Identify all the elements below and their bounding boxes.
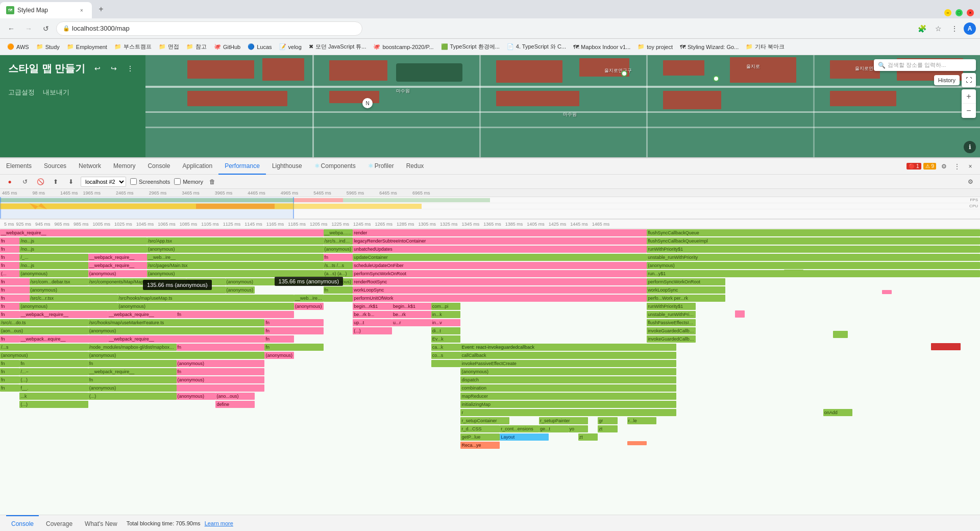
flame-bar[interactable]: begin...k$1 (392, 303, 431, 310)
flame-bar[interactable]: r_d...CSS (460, 425, 500, 432)
devtools-memory-tab[interactable]: Memory (107, 158, 141, 175)
flame-bar[interactable]: (ano...ous) (215, 393, 255, 400)
flame-bar[interactable]: yo (569, 425, 588, 432)
minimize-button[interactable]: − (944, 9, 951, 16)
flame-bar[interactable] (431, 360, 461, 367)
flame-bar[interactable]: fn (0, 262, 19, 269)
flame-bar[interactable]: run...y$1 (647, 270, 980, 277)
flame-bar-scatter3[interactable] (833, 331, 848, 338)
flame-bar[interactable]: up...t (353, 319, 392, 326)
close-button[interactable]: × (967, 9, 974, 16)
flame-bar[interactable]: (anonymous) (177, 376, 265, 383)
flame-bar[interactable]: legacyRenderSubtreeIntoContainer (353, 237, 647, 245)
export-nav[interactable]: 내보내기 (43, 86, 69, 99)
flame-bar[interactable]: /src/s...index.ts (324, 237, 353, 245)
flame-bar[interactable]: /_... (19, 254, 88, 261)
back-button[interactable]: ← (4, 21, 18, 36)
console-tab-bottom[interactable]: Console (6, 515, 39, 532)
flame-bar[interactable]: (anonymous) (19, 270, 88, 277)
bookmark-typescript[interactable]: 🟩 TypeScript 환경에... (438, 41, 503, 53)
flame-bar[interactable]: combination (460, 384, 676, 392)
flame-bar[interactable]: (anonymous) (324, 246, 353, 253)
flame-bar[interactable]: fn (264, 344, 323, 351)
flame-bar[interactable]: updateContainer (353, 254, 647, 261)
upload-profile-button[interactable]: ⬆ (50, 176, 61, 187)
flame-bar[interactable]: u...r (392, 319, 431, 326)
flame-bar[interactable]: zt (578, 433, 598, 441)
bookmark-study[interactable]: 📁 Study (33, 41, 63, 53)
history-button[interactable]: History (934, 75, 960, 85)
devtools-components-tab[interactable]: ⚛Components (308, 158, 362, 175)
flame-bar[interactable]: ...k (19, 393, 88, 400)
flame-bar[interactable]: ge...t (539, 425, 569, 432)
flame-bar[interactable]: (anonymous) (226, 286, 255, 294)
bookmark-velog[interactable]: 📝 velog (276, 41, 305, 53)
new-tab-button[interactable]: + (94, 2, 108, 16)
star-button[interactable]: ☆ (931, 21, 945, 36)
advanced-settings-nav[interactable]: 고급설정 (8, 86, 35, 99)
flame-bar[interactable]: fn (19, 360, 88, 367)
bookmark-interview[interactable]: 📁 면접 (156, 41, 182, 53)
devtools-performance-tab[interactable]: Performance (218, 158, 266, 175)
flame-bar[interactable]: runWithPriority$1 (647, 246, 980, 253)
flame-bar[interactable]: unstable_runWithPriority (647, 311, 696, 318)
flame-bar[interactable] (324, 295, 353, 302)
flame-bar[interactable]: unbatchedUpdates (353, 246, 647, 253)
flame-bar[interactable]: fn (0, 376, 19, 383)
flame-bar-event[interactable]: Event: react-invokeguardedcallback (460, 344, 676, 351)
flame-bar[interactable]: runWithPriority$1 (647, 303, 696, 310)
flame-bar[interactable]: be...rk b... (353, 311, 392, 318)
flame-bar[interactable]: fn (0, 246, 19, 253)
record-button[interactable]: ● (4, 176, 15, 187)
map-search-bar[interactable]: 🔍 검색할 장소를 입력하... (874, 59, 976, 71)
flame-bar[interactable]: com...pi (431, 303, 461, 310)
zoom-out-button[interactable]: − (962, 104, 976, 118)
flame-bar[interactable]: (anonymous) (0, 352, 88, 359)
flame-bar[interactable]: r_cont...ensions (500, 425, 539, 432)
flame-bar[interactable]: (anonymous) (147, 246, 324, 253)
url-bar[interactable]: 🔒 localhost:3000/map (56, 21, 362, 36)
flame-bar[interactable]: r (460, 409, 676, 416)
flame-bar[interactable]: __webpack_require__ (88, 262, 147, 269)
bookmark-aws[interactable]: 🟠 AWS (4, 41, 32, 53)
coverage-tab-bottom[interactable]: Coverage (41, 515, 78, 532)
flame-bar[interactable]: /node_modules/mapbox-gl/dist/mapbox-gl.j… (88, 344, 177, 351)
flame-bar[interactable]: /...s (0, 344, 88, 351)
download-profile-button[interactable]: ⬇ (65, 176, 77, 187)
flame-bar[interactable]: __webpack_require__ (108, 311, 176, 318)
devtools-sources-tab[interactable]: Sources (38, 158, 72, 175)
flame-bar[interactable]: callCallback (460, 352, 676, 359)
flame-bar[interactable]: co...s (431, 352, 461, 359)
flame-bar[interactable]: fn (264, 335, 294, 343)
bookmark-reference[interactable]: 📁 참고 (183, 41, 210, 53)
flame-bar[interactable]: gr (598, 417, 617, 424)
flame-bar[interactable]: workLoopSync (647, 286, 725, 294)
flame-bar[interactable]: __webpa...ire__ (324, 229, 353, 236)
screenshots-checkbox[interactable] (130, 178, 137, 185)
flame-bar[interactable]: fn (0, 335, 19, 343)
flame-bar[interactable]: workLoopSync (353, 286, 647, 294)
flame-bar-layout[interactable]: Layout (500, 433, 549, 441)
flame-bar[interactable]: fn (0, 303, 19, 310)
flame-bar[interactable]: r_setupContainer (460, 417, 509, 424)
flame-bar[interactable]: scheduleUpdateOnFiber (353, 262, 647, 269)
flame-bar[interactable]: (anonymous) (177, 360, 265, 367)
flame-bar[interactable]: begin...rk$1 (353, 303, 392, 310)
flame-bar[interactable]: fn (0, 311, 19, 318)
flame-bar[interactable]: f__. (19, 384, 88, 392)
flame-bar[interactable]: fn (177, 311, 294, 318)
flame-chart[interactable]: 135.66 ms (anonymous) __webpack_require_… (0, 229, 980, 515)
flame-bar[interactable]: di...t (431, 327, 461, 334)
flame-bar[interactable]: fn (88, 376, 177, 383)
cpu-throttle-select[interactable]: localhost #2 (81, 177, 126, 187)
bookmark-styling[interactable]: 🗺 Styling Wizard: Go... (677, 41, 742, 53)
clear-recordings-button[interactable]: 🚫 (35, 176, 46, 187)
flame-bar[interactable]: /src/hooks/map/useMap.ts (117, 295, 294, 302)
menu-button[interactable]: ⋮ (947, 21, 962, 36)
flame-bar[interactable]: __webpack_require__ (0, 229, 324, 236)
flame-bar[interactable]: be...rk (392, 311, 431, 318)
flame-bar[interactable]: ca...k (431, 344, 461, 351)
flame-bar[interactable]: (anonymous) (647, 262, 980, 269)
flame-bar-scatter1[interactable] (784, 270, 803, 277)
flame-bar[interactable]: (aon...ous) (0, 327, 88, 334)
